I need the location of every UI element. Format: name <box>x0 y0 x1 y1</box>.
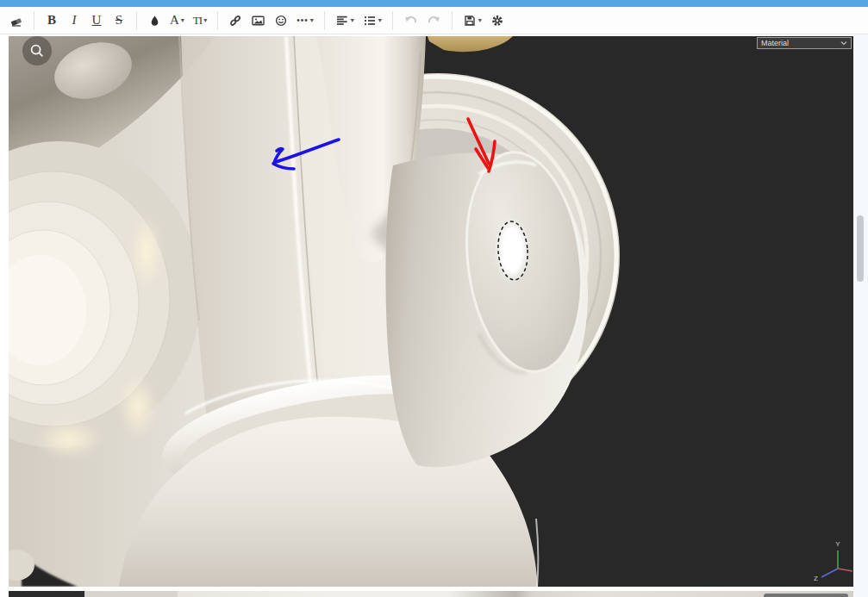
smiley-icon <box>274 14 288 28</box>
zoom-tool-button[interactable] <box>22 36 52 65</box>
toolbar-separator <box>34 11 34 30</box>
toolbar-separator <box>452 11 453 30</box>
dropdown-chevron-icon <box>840 40 847 46</box>
window-accent-bar <box>0 0 868 7</box>
chevron-down-icon: ▾ <box>378 17 382 24</box>
underline-label: U <box>92 13 102 28</box>
material-select-partial <box>764 594 848 597</box>
italic-label: I <box>72 13 77 28</box>
redo-button[interactable] <box>422 9 446 32</box>
paragraph-align-button[interactable]: ▾ <box>331 9 359 32</box>
search-icon <box>28 42 46 59</box>
embedded-3d-render-image[interactable]: Material Y X Z <box>9 36 853 587</box>
align-lines-icon <box>335 14 349 28</box>
image-icon <box>251 14 265 28</box>
font-color-button[interactable]: A ▾ <box>165 9 189 32</box>
font-color-label: A <box>170 13 179 28</box>
bold-label: B <box>47 13 56 28</box>
droplet-icon <box>148 14 161 28</box>
toolbar-separator <box>217 11 218 30</box>
chevron-down-icon: ▾ <box>310 17 314 24</box>
axis-z-label: Z <box>814 575 818 582</box>
toolbar-separator <box>136 11 137 30</box>
editor-content-area: Material Y X Z <box>0 34 868 597</box>
undo-button[interactable] <box>399 9 422 32</box>
undo-icon <box>403 14 418 28</box>
chevron-down-icon: ▾ <box>181 17 184 24</box>
scrollbar-thumb[interactable] <box>857 215 864 282</box>
insert-image-button[interactable] <box>247 9 270 32</box>
axis-y-label: Y <box>835 540 840 548</box>
insert-emoticon-button[interactable] <box>270 9 292 32</box>
bold-button[interactable]: B <box>41 9 63 32</box>
font-size-button[interactable]: TI ▾ <box>189 9 211 32</box>
list-icon <box>363 14 377 28</box>
link-icon <box>228 14 242 28</box>
gear-icon <box>490 14 504 28</box>
font-size-label: TI <box>193 14 202 28</box>
editor-toolbar: B I U S A ▾ TI ▾ <box>0 7 868 34</box>
3d-model-scene <box>9 36 853 587</box>
strikethrough-button[interactable]: S <box>108 9 130 32</box>
list-format-button[interactable]: ▾ <box>359 9 386 32</box>
eraser-icon <box>9 14 23 28</box>
toolbar-separator <box>392 11 393 30</box>
toolbar-separator <box>324 11 325 30</box>
settings-button[interactable] <box>486 9 509 32</box>
vertical-scrollbar[interactable] <box>853 34 868 597</box>
underline-button[interactable]: U <box>85 9 108 32</box>
chevron-down-icon: ▾ <box>203 17 207 24</box>
axis-x-line <box>838 569 852 571</box>
redo-icon <box>427 14 441 28</box>
save-icon <box>463 14 477 28</box>
save-button[interactable]: ▾ <box>459 9 486 32</box>
embedded-3d-render-image-2[interactable] <box>9 591 853 597</box>
highlight-color-button[interactable] <box>143 9 165 32</box>
strikethrough-label: S <box>116 13 122 28</box>
chevron-down-icon: ▾ <box>351 17 354 24</box>
ellipsis-icon: ••• <box>297 16 309 25</box>
more-options-button[interactable]: ••• ▾ <box>292 9 318 32</box>
material-select[interactable]: Material <box>757 37 852 49</box>
material-select-value: Material <box>761 39 789 47</box>
italic-button[interactable]: I <box>63 9 85 32</box>
clear-format-button[interactable] <box>5 9 28 32</box>
chevron-down-icon: ▾ <box>478 17 482 24</box>
axis-z-line <box>821 569 838 577</box>
insert-link-button[interactable] <box>224 9 247 32</box>
